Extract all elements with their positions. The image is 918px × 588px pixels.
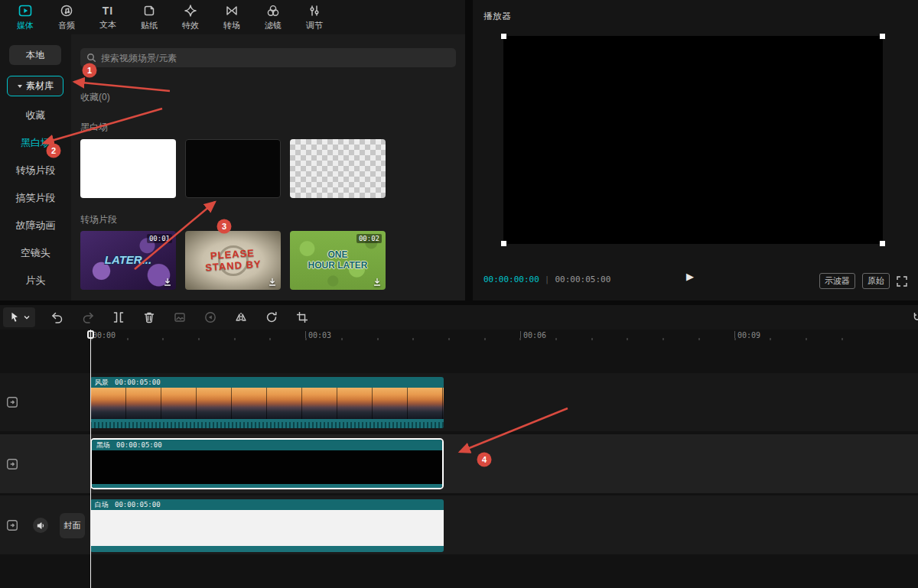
transition-hour-later-text: ONEHOUR LATER [290, 231, 386, 290]
split-button[interactable] [109, 307, 129, 327]
cover-button[interactable]: 封面 [60, 513, 85, 538]
transitions-header: 转场片段 [80, 213, 117, 226]
sidebar-library-button[interactable]: 素材库 [7, 76, 63, 96]
sidebar-item-transitions[interactable]: 转场片段 [0, 163, 71, 178]
nav-effects[interactable]: 特效 [170, 2, 211, 33]
total-time: 00:00:05:00 [555, 275, 610, 284]
search-input[interactable] [101, 53, 450, 63]
nav-text-label: 文本 [99, 19, 116, 31]
speaker-icon [37, 521, 45, 530]
original-button[interactable]: 原始 [862, 273, 890, 289]
transition-hour-later[interactable]: 00:02 ONEHOUR LATER [290, 231, 386, 290]
nav-audio[interactable]: 音频 [46, 2, 87, 33]
top-nav: 媒体 音频 TI 文本 贴纸 特效 转场 滤镜 调节 [0, 0, 465, 34]
redo-icon [81, 310, 95, 324]
search-box[interactable] [80, 48, 456, 67]
nav-effects-label: 特效 [182, 20, 199, 31]
preview-canvas[interactable] [503, 36, 883, 244]
undo-button[interactable] [47, 307, 67, 327]
select-tool-button[interactable] [3, 307, 35, 327]
chevron-down-icon [24, 315, 30, 320]
nav-media[interactable]: 媒体 [5, 2, 46, 33]
player-controls: 示波器 原始 [819, 273, 907, 289]
transitions-row: 00:01 LATER... PLEASESTAND BY 00:02 ONEH… [80, 231, 386, 290]
nav-sticker-label: 贴纸 [141, 20, 158, 31]
nav-filter[interactable]: 滤镜 [252, 2, 294, 33]
cursor-icon [8, 311, 21, 323]
clip-name: 风景 [95, 378, 109, 388]
resize-handle-top-left[interactable] [501, 34, 506, 39]
sidebar-item-funny[interactable]: 搞笑片段 [0, 190, 71, 206]
clip-duration: 00:00:05:00 [115, 501, 161, 508]
clip-body [92, 450, 442, 484]
download-icon[interactable] [373, 278, 382, 287]
mirror-icon [234, 310, 248, 324]
resize-handle-top-right[interactable] [880, 34, 885, 39]
nav-transition[interactable]: 转场 [211, 2, 252, 33]
resize-handle-bottom-right[interactable] [880, 241, 885, 246]
sidebar-item-empty-shots[interactable]: 空镜头 [0, 245, 71, 261]
audio-toggle-button[interactable] [33, 518, 48, 533]
swatch-black[interactable] [185, 139, 281, 198]
nav-adjust-label: 调节 [306, 20, 323, 31]
transition-stand-by-text: PLEASESTAND BY [185, 231, 281, 290]
snap-button[interactable] [907, 307, 918, 327]
sidebar-item-black-white[interactable]: 黑白场 [0, 135, 71, 151]
sidebar-item-intro[interactable]: 片头 [0, 273, 71, 288]
nav-media-label: 媒体 [17, 20, 34, 31]
mirror-button[interactable] [231, 307, 251, 327]
time-display: 00:00:00:00 | 00:00:05:00 [483, 275, 610, 284]
sidebar-library-label: 素材库 [26, 80, 54, 93]
nav-sticker[interactable]: 贴纸 [129, 2, 170, 33]
rotate-button[interactable] [262, 307, 282, 327]
nav-transition-label: 转场 [223, 20, 240, 31]
scope-button[interactable]: 示波器 [819, 273, 855, 289]
clip-header: 白场 00:00:05:00 [90, 499, 444, 510]
crop-icon [295, 310, 309, 324]
timeline-toolbar [0, 305, 918, 330]
search-icon [86, 53, 96, 63]
reverse-button[interactable] [200, 307, 220, 327]
resize-handle-bottom-left[interactable] [501, 241, 506, 246]
clip-name: 白场 [95, 500, 109, 510]
freeze-frame-button[interactable] [170, 307, 190, 327]
clip-header: 风景 00:00:05:00 [90, 377, 444, 388]
clip-filmstrip [90, 388, 444, 419]
sidebar-local-button[interactable]: 本地 [9, 45, 61, 65]
download-icon[interactable] [163, 278, 172, 287]
playhead[interactable] [87, 330, 94, 339]
timeline-panel: 00:00 00:03 00:06 00:09 封面 风景 00:00:05:0… [0, 330, 918, 588]
clip-bottom-strip [90, 546, 444, 552]
time-ruler[interactable]: 00:00 00:03 00:06 00:09 [0, 330, 918, 342]
track-options-button[interactable] [6, 458, 18, 470]
undo-icon [50, 310, 64, 324]
fullscreen-icon[interactable] [897, 276, 907, 287]
play-button[interactable]: ▶ [686, 271, 694, 282]
sidebar-item-glitch[interactable]: 故障动画 [0, 218, 71, 233]
adjust-icon [307, 3, 322, 18]
sidebar-item-favorites[interactable]: 收藏 [0, 108, 71, 123]
freeze-frame-icon [173, 310, 187, 324]
black-white-row [80, 139, 386, 198]
crop-button[interactable] [292, 307, 312, 327]
swatch-transparent[interactable] [290, 139, 386, 198]
timeline-clip-white[interactable]: 白场 00:00:05:00 [90, 499, 444, 552]
transition-later[interactable]: 00:01 LATER... [80, 231, 176, 290]
track-options-button[interactable] [6, 396, 18, 408]
redo-button[interactable] [78, 307, 98, 327]
track-options-button[interactable] [6, 519, 18, 531]
transition-later-text: LATER... [80, 231, 176, 290]
nav-text[interactable]: TI 文本 [87, 2, 129, 33]
transition-stand-by[interactable]: PLEASESTAND BY [185, 231, 281, 290]
clip-header: 黑场 00:00:05:00 [92, 440, 442, 450]
timeline-clip-landscape[interactable]: 风景 00:00:05:00 [90, 377, 444, 428]
nav-audio-label: 音频 [58, 20, 75, 31]
delete-button[interactable] [139, 307, 159, 327]
transition-icon [224, 3, 239, 18]
rotate-icon [265, 310, 278, 324]
nav-filter-label: 滤镜 [265, 20, 282, 31]
timeline-clip-black-selected[interactable]: 黑场 00:00:05:00 [90, 438, 444, 489]
ruler-mark: 00:00 [93, 331, 116, 339]
swatch-white[interactable] [80, 139, 176, 198]
nav-adjust[interactable]: 调节 [294, 2, 335, 33]
